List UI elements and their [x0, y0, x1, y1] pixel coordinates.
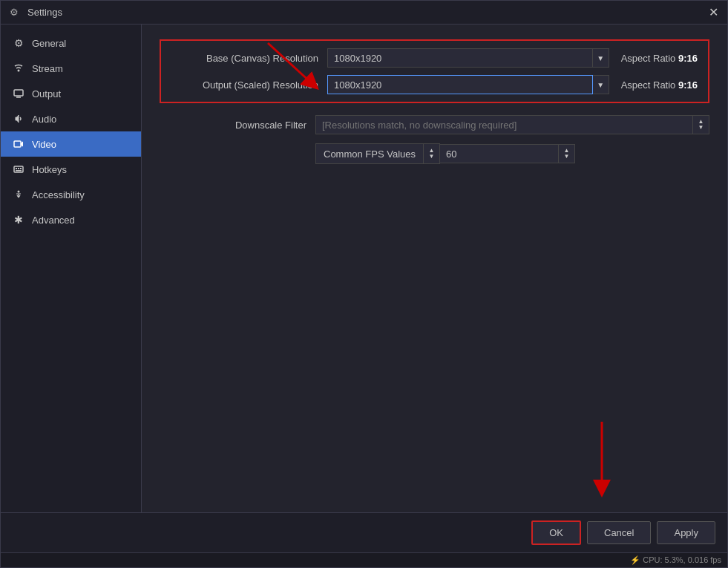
apply-button[interactable]: Apply — [657, 521, 715, 544]
status-bar: ⚡ CPU: 5.3%, 0.016 fps — [1, 552, 727, 567]
sidebar-item-general[interactable]: ⚙ General — [1, 30, 141, 56]
sidebar-item-label: Stream — [32, 63, 63, 74]
output-resolution-dropdown[interactable]: ▼ — [593, 75, 609, 94]
output-icon — [13, 88, 24, 99]
general-icon: ⚙ — [13, 37, 24, 49]
downscale-filter-input[interactable] — [315, 115, 693, 134]
sidebar-item-stream[interactable]: Stream — [1, 56, 141, 81]
svg-point-0 — [18, 70, 20, 72]
svg-point-8 — [18, 191, 20, 193]
base-resolution-control: ▼ Aspect Ratio 9:16 — [327, 48, 698, 68]
cancel-button[interactable]: Cancel — [587, 521, 651, 544]
fps-spinner[interactable]: ▲ ▼ — [559, 144, 575, 163]
output-resolution-input[interactable] — [327, 75, 593, 94]
output-resolution-wrapper: ▼ — [327, 75, 609, 94]
advanced-icon: ✱ — [13, 214, 24, 226]
sidebar-item-label: Output — [32, 88, 61, 99]
fps-type-select: Common FPS Values ▲ ▼ — [315, 143, 440, 164]
footer: OK Cancel Apply — [1, 512, 727, 552]
svg-rect-6 — [20, 168, 22, 169]
downscale-filter-control: ▲ ▼ — [315, 115, 709, 134]
sidebar-item-label: Hotkeys — [32, 164, 67, 175]
downscale-spinner[interactable]: ▲ ▼ — [693, 115, 709, 134]
base-resolution-label: Base (Canvas) Resolution — [171, 53, 327, 64]
title-bar: ⚙ Settings ✕ — [1, 1, 727, 25]
sidebar-item-audio[interactable]: Audio — [1, 106, 141, 131]
sidebar: ⚙ General Stream — [1, 25, 142, 512]
settings-window: ⚙ Settings ✕ ⚙ General Stream — [0, 0, 728, 568]
ok-button[interactable]: OK — [531, 520, 581, 545]
output-aspect-ratio: Aspect Ratio 9:16 — [615, 79, 698, 91]
sidebar-item-video[interactable]: Video — [1, 131, 141, 157]
svg-rect-5 — [18, 168, 19, 169]
output-resolution-label: Output (Scaled) Resolution — [171, 79, 327, 91]
output-resolution-control: ▼ Aspect Ratio 9:16 — [327, 75, 698, 94]
accessibility-icon — [13, 189, 24, 200]
downscale-filter-row: Downscale Filter ▲ ▼ — [160, 115, 709, 134]
base-resolution-dropdown[interactable]: ▼ — [593, 48, 609, 68]
base-resolution-row: Base (Canvas) Resolution ▼ Aspect Ratio … — [171, 48, 698, 68]
sidebar-item-label: Accessibility — [32, 189, 85, 200]
status-text: ⚡ CPU: 5.3%, 0.016 fps — [630, 555, 721, 565]
output-resolution-row: Output (Scaled) Resolution ▼ Aspect Rati… — [171, 75, 698, 94]
sidebar-item-output[interactable]: Output — [1, 81, 141, 106]
svg-rect-7 — [16, 170, 22, 172]
base-aspect-ratio: Aspect Ratio 9:16 — [615, 53, 698, 64]
arrow-annotation-bottom — [557, 418, 646, 507]
main-content: ⚙ General Stream — [1, 25, 727, 512]
fps-type-button[interactable]: Common FPS Values — [316, 144, 423, 163]
settings-icon: ⚙ — [10, 7, 22, 19]
fps-row: Common FPS Values ▲ ▼ ▲ ▼ — [160, 143, 709, 164]
sidebar-item-label: Audio — [32, 114, 56, 125]
base-resolution-input[interactable] — [327, 48, 593, 68]
sidebar-item-label: Advanced — [32, 215, 75, 226]
sidebar-item-label: General — [32, 38, 66, 49]
base-resolution-wrapper: ▼ — [327, 48, 609, 68]
fps-type-spinner[interactable]: ▲ ▼ — [423, 144, 439, 163]
svg-rect-2 — [14, 141, 21, 147]
fps-value-input[interactable] — [440, 144, 559, 163]
sidebar-item-hotkeys[interactable]: Hotkeys — [1, 157, 141, 182]
stream-icon — [13, 62, 24, 74]
svg-rect-4 — [16, 168, 17, 169]
sidebar-item-advanced[interactable]: ✱ Advanced — [1, 207, 141, 232]
downscale-filter-label: Downscale Filter — [160, 120, 315, 131]
resolution-section: Base (Canvas) Resolution ▼ Aspect Ratio … — [160, 39, 709, 103]
video-icon — [13, 138, 24, 150]
sidebar-item-label: Video — [32, 139, 56, 150]
svg-rect-1 — [14, 90, 23, 96]
sidebar-item-accessibility[interactable]: Accessibility — [1, 182, 141, 207]
close-button[interactable]: ✕ — [709, 7, 718, 19]
audio-icon — [13, 113, 24, 125]
content-area: Base (Canvas) Resolution ▼ Aspect Ratio … — [142, 25, 727, 512]
window-title: Settings — [27, 7, 62, 18]
hotkeys-icon — [13, 163, 24, 175]
downscale-filter-wrapper: ▲ ▼ — [315, 115, 709, 134]
